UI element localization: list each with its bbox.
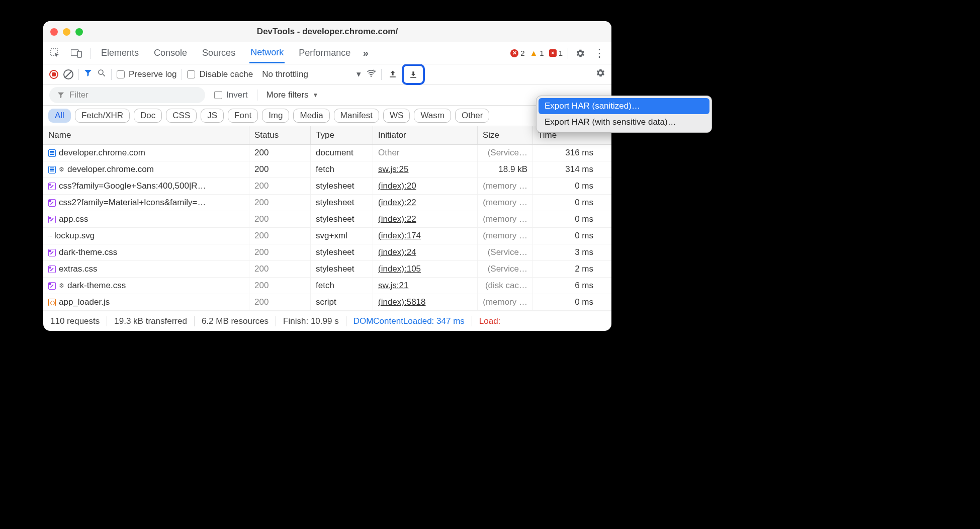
resources-size: 6.2 MB resources [195,316,276,326]
chip-media[interactable]: Media [293,109,329,123]
cell-name: ⚙dark-theme.css [43,278,249,294]
column-header-name[interactable]: Name [43,126,249,144]
download-icon [407,68,419,80]
column-header-type[interactable]: Type [311,126,373,144]
cell-name: app_loader.js [43,294,249,310]
cell-initiator[interactable]: (index):22 [373,195,478,211]
table-row[interactable]: css2?family=Material+Icons&family=…200st… [43,195,611,211]
tab-performance[interactable]: Performance [298,44,351,62]
inspect-icon[interactable] [48,46,62,60]
chip-doc[interactable]: Doc [134,109,162,123]
panel-tabs: ElementsConsoleSourcesNetworkPerformance [100,43,351,63]
window-title: DevTools - developer.chrome.com/ [43,27,611,37]
import-har-icon[interactable] [387,68,399,80]
cell-initiator[interactable]: (index):105 [373,261,478,277]
cell-type: script [311,294,373,310]
cell-initiator: Other [373,145,478,161]
svg-rect-2 [77,51,81,57]
cell-time: 6 ms [533,278,598,294]
chip-css[interactable]: CSS [166,109,197,123]
cell-time: 0 ms [533,211,598,227]
cell-size: (memory … [478,294,533,310]
requests-table: NameStatusTypeInitiatorSizeTime develope… [43,126,611,311]
search-icon[interactable] [97,68,106,80]
table-row[interactable]: developer.chrome.com200documentOther(Ser… [43,145,611,161]
chip-all[interactable]: All [48,109,71,123]
network-settings-icon[interactable] [595,68,605,80]
table-row[interactable]: extras.css200stylesheet(index):105(Servi… [43,261,611,278]
cell-size: (Service… [478,261,533,277]
clear-button[interactable] [63,69,73,79]
svg-point-5 [371,75,372,77]
cell-initiator[interactable]: (index):20 [373,178,478,194]
column-header-status[interactable]: Status [249,126,311,144]
cell-initiator[interactable]: (index):5818 [373,294,478,310]
chip-wasm[interactable]: Wasm [414,109,451,123]
issues-count-badge[interactable]: × 1 [549,49,563,57]
table-row[interactable]: dark-theme.css200stylesheet(index):24(Se… [43,244,611,261]
table-row[interactable]: app_loader.js200script(index):5818(memor… [43,294,611,311]
cell-name: css?family=Google+Sans:400,500|R… [43,178,249,194]
disable-cache-checkbox[interactable]: Disable cache [187,69,253,79]
network-conditions-icon[interactable] [366,68,376,80]
column-header-initiator[interactable]: Initiator [373,126,478,144]
tab-console[interactable]: Console [153,44,188,62]
cell-size: (Service… [478,145,533,161]
cell-type: stylesheet [311,211,373,227]
invert-checkbox[interactable]: Invert [214,90,248,100]
cell-status: 200 [249,195,311,211]
table-row[interactable]: ⚙developer.chrome.com200fetchsw.js:2518.… [43,161,611,178]
filter-toggle-icon[interactable] [84,69,92,79]
cell-time: 0 ms [533,228,598,244]
record-button[interactable] [49,70,58,79]
chip-img[interactable]: Img [262,109,289,123]
throttling-select[interactable]: No throttling ▾ [262,69,361,79]
more-filters-dropdown[interactable]: More filters ▼ [266,90,319,100]
cell-initiator[interactable]: (index):24 [373,244,478,260]
export-har-option[interactable]: Export HAR (with sensitive data)… [539,114,709,130]
chip-font[interactable]: Font [228,109,258,123]
tab-sources[interactable]: Sources [201,44,236,62]
cell-size: (memory … [478,178,533,194]
cell-type: svg+xml [311,228,373,244]
chip-ws[interactable]: WS [383,109,410,123]
cell-initiator[interactable]: sw.js:21 [373,278,478,294]
device-toggle-icon[interactable] [69,46,83,60]
error-count-badge[interactable]: ✕ 2 [510,49,524,57]
tab-elements[interactable]: Elements [100,44,140,62]
cell-initiator[interactable]: (index):22 [373,211,478,227]
chip-fetch-xhr[interactable]: Fetch/XHR [75,109,130,123]
cell-time: 314 ms [533,161,598,178]
table-row[interactable]: css?family=Google+Sans:400,500|R…200styl… [43,178,611,195]
settings-icon[interactable] [573,46,587,60]
filter-input[interactable]: Filter [49,87,205,103]
cell-name: app.css [43,211,249,227]
tab-network[interactable]: Network [249,43,285,63]
export-har-button-highlighted[interactable] [402,64,425,85]
cell-size: (memory … [478,228,533,244]
preserve-log-checkbox[interactable]: Preserve log [117,69,176,79]
cell-type: document [311,145,373,161]
chip-other[interactable]: Other [455,109,490,123]
svg-rect-7 [410,77,416,78]
cell-status: 200 [249,228,311,244]
titlebar: DevTools - developer.chrome.com/ [43,21,611,42]
chip-js[interactable]: JS [201,109,224,123]
more-tabs-button[interactable]: » [359,46,373,60]
gear-mini-icon: ⚙ [59,282,64,289]
table-row[interactable]: app.css200stylesheet(index):22(memory …0… [43,211,611,228]
cell-initiator[interactable]: sw.js:25 [373,161,478,178]
triangle-down-icon: ▼ [313,92,319,99]
cell-name: ┄lockup.svg [43,228,249,244]
warning-count-badge[interactable]: ▲ 1 [529,49,544,58]
cell-type: fetch [311,161,373,178]
chip-manifest[interactable]: Manifest [334,109,379,123]
export-har-option[interactable]: Export HAR (sanitized)… [539,98,709,114]
cell-name: css2?family=Material+Icons&family=… [43,195,249,211]
table-row[interactable]: ┄lockup.svg200svg+xml(index):174(memory … [43,228,611,244]
cell-initiator[interactable]: (index):174 [373,228,478,244]
kebab-menu-icon[interactable]: ⋮ [592,46,606,60]
table-row[interactable]: ⚙dark-theme.css200fetchsw.js:21(disk cac… [43,278,611,294]
cell-type: stylesheet [311,195,373,211]
column-header-size[interactable]: Size [478,126,533,144]
